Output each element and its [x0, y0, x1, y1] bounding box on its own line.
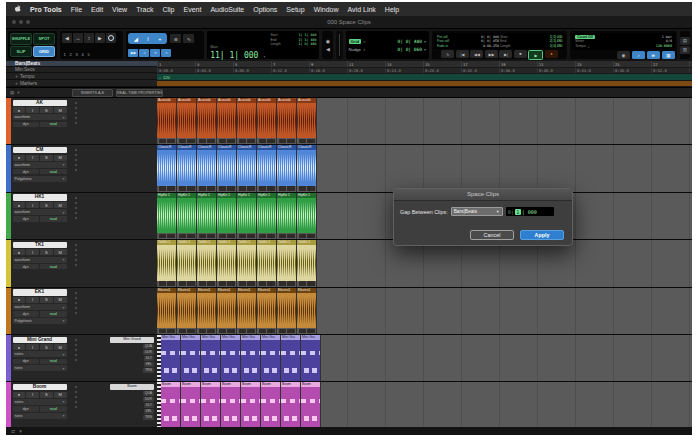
zoom-preset-2[interactable]: 2 [68, 52, 73, 57]
menu-help[interactable]: Help [385, 6, 399, 13]
menu-edit[interactable]: Edit [91, 6, 103, 13]
count-off-label[interactable]: Count Off [575, 35, 595, 39]
menu-window[interactable]: Window [314, 6, 339, 13]
track-view-selector[interactable]: notes▾ [13, 399, 67, 405]
clip[interactable]: Mini Gra [161, 335, 181, 381]
midi-countoff-button[interactable]: ▦ [662, 51, 675, 59]
input-monitor-button[interactable]: I [26, 392, 39, 398]
input-monitor-button[interactable]: I [26, 202, 39, 208]
mix-window-toggle[interactable]: ▤ [680, 37, 690, 45]
edit-mode-spot[interactable]: SPOT [33, 33, 55, 45]
insert-slot[interactable] [75, 202, 77, 204]
insert-slot[interactable] [75, 354, 77, 356]
loop-playback-button[interactable]: ↻ [441, 50, 454, 58]
solo-button[interactable]: S [40, 297, 53, 303]
metronome-button[interactable]: ≣ [647, 51, 660, 59]
rtp-trn[interactable]: TRN [143, 368, 154, 373]
insert-slot[interactable] [75, 391, 77, 393]
zoom-preset-5[interactable]: 5 [86, 52, 91, 57]
zoom-tool-1[interactable]: ↔ [73, 33, 83, 43]
clip[interactable]: TekKit 1 [297, 240, 317, 286]
zoom-preset-1[interactable]: 1 [62, 52, 67, 57]
clip[interactable]: Mini Gra [241, 335, 261, 381]
clip[interactable]: HipKit 1 [157, 193, 177, 239]
insert-slot[interactable] [75, 207, 77, 209]
menu-file[interactable]: File [71, 6, 82, 13]
track-list-icon[interactable]: ▦ [10, 90, 14, 95]
solo-button[interactable]: S [40, 155, 53, 161]
clip[interactable]: TekKit 1 [157, 240, 177, 286]
nudge-setting[interactable]: Nudge ♪ 0| 0| 060 ▾ [349, 47, 426, 52]
insert-slot[interactable] [75, 254, 77, 256]
apple-menu-icon[interactable] [13, 4, 21, 14]
dyn-selector[interactable]: dyn [13, 169, 40, 175]
menu-avid-link[interactable]: Avid Link [348, 6, 376, 13]
dyn-selector[interactable]: dyn [13, 359, 40, 365]
clip[interactable]: ClassicR [177, 145, 197, 191]
menu-event[interactable]: Event [183, 6, 201, 13]
track-view-selector[interactable]: waveform▾ [13, 114, 67, 120]
input-monitor-button[interactable]: I [26, 344, 39, 350]
grid-label[interactable]: Grid [349, 39, 362, 44]
pre-roll[interactable]: Pre-roll0| 0| 000 [437, 35, 499, 39]
solo-button[interactable]: S [40, 202, 53, 208]
insert-slot[interactable] [75, 217, 77, 219]
insert-slot[interactable] [75, 386, 77, 388]
chevron-down-icon[interactable]: ▾ [424, 39, 426, 44]
insert-slot[interactable] [75, 117, 77, 119]
insert-slot[interactable] [75, 312, 77, 314]
record-enable-button[interactable]: ● [13, 107, 26, 113]
scrub-tool[interactable]: ≋ [170, 34, 181, 43]
insert-slot[interactable] [75, 107, 77, 109]
insert-slot[interactable] [75, 344, 77, 346]
solo-button[interactable]: S [40, 249, 53, 255]
input-monitor-button[interactable]: I [26, 249, 39, 255]
meter-value[interactable]: 4/4 [666, 39, 672, 43]
clip[interactable]: ClassicR [257, 145, 277, 191]
clip[interactable]: Boom [221, 382, 241, 428]
clip[interactable]: Electro1 [157, 288, 177, 334]
record-enable-button[interactable]: ● [13, 249, 26, 255]
insert-slot[interactable] [75, 249, 77, 251]
edit-mode-grid[interactable]: GRID [33, 46, 55, 58]
fast-forward-button[interactable]: ▶▶ [485, 50, 498, 58]
tempo-setting[interactable]: Tempo♩120.0000 [575, 44, 672, 49]
zoom-tool-3[interactable]: ▶ [95, 33, 105, 43]
nudge-value[interactable]: 0| 0| 060 [398, 47, 422, 52]
fade-in[interactable]: Fade-in0:00.250 [437, 44, 499, 48]
automation-mode-selector[interactable]: read [40, 264, 67, 270]
clip[interactable]: Electro1 [257, 288, 277, 334]
insert-slot[interactable] [75, 359, 77, 361]
track-lane[interactable]: AcoustikAcoustikAcoustikAcoustikAcoustik… [157, 98, 692, 144]
dyn-selector[interactable]: dyn [13, 216, 40, 222]
input-monitor-button[interactable]: I [26, 297, 39, 303]
clip[interactable]: Electro1 [277, 288, 297, 334]
clip[interactable]: Electro1 [297, 288, 317, 334]
track-view-selector[interactable]: waveform▾ [13, 304, 67, 310]
rewind-button[interactable]: ◀◀ [470, 50, 483, 58]
track-name[interactable]: AK [13, 100, 67, 107]
bottom-icon-0[interactable]: ⇄ [11, 428, 15, 434]
solo-button[interactable]: S [40, 107, 53, 113]
clip[interactable]: Acoustik [297, 98, 317, 144]
edit-mode-shuffle[interactable]: SHUFFLE [10, 33, 32, 45]
pencil-tool[interactable]: ∿ [183, 34, 194, 43]
plus-icon[interactable]: + [15, 73, 18, 79]
track-lane[interactable]: Electro1Electro1Electro1Electro1Electro1… [157, 288, 692, 334]
track-view-selector[interactable]: waveform▾ [13, 209, 67, 215]
menu-audiosuite[interactable]: AudioSuite [210, 6, 244, 13]
tempo-value[interactable]: 120.0000 [656, 44, 672, 48]
clip[interactable]: HipKit 1 [237, 193, 257, 239]
mute-button[interactable]: M [54, 297, 67, 303]
dyn-selector[interactable]: dyn [13, 122, 40, 128]
zoom-toggle-3[interactable]: ∿ [161, 49, 171, 57]
rtp-trn[interactable]: TRN [143, 415, 154, 420]
rtp-dur[interactable]: DUR [143, 350, 154, 355]
insert-slot[interactable] [75, 159, 77, 161]
rtp-qua[interactable]: QUA [143, 391, 154, 396]
zoom-toggle-2[interactable]: ≡ [150, 49, 160, 57]
track-lane[interactable]: ClassicRClassicRClassicRClassicRClassicR… [157, 145, 692, 191]
clip[interactable]: HipKit 1 [217, 193, 237, 239]
ruler-name-markers[interactable]: +Markers [6, 80, 157, 87]
clip[interactable]: Mini Gra [281, 335, 301, 381]
